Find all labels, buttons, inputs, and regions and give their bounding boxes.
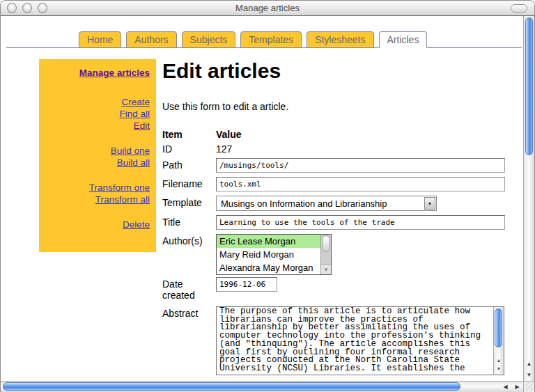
template-select[interactable]: Musings on Information and Librarianship… [216,196,437,211]
sidebar-group-build: Build one Build all [43,145,150,168]
sidebar-link-delete[interactable]: Delete [43,219,150,230]
abstract-scrollbar[interactable]: ▲ ▼ [493,307,504,375]
sidebar-group-transform: Transform one Transform all [43,182,150,205]
tab-subjects[interactable]: Subjects [182,31,236,48]
id-value: 127 [216,143,232,155]
window-content: Home Authors Subjects Templates Styleshe… [1,16,534,392]
id-label: ID [162,143,216,155]
abstract-label: Abstract [162,306,216,319]
form-row-title: Title [162,215,523,230]
filename-input[interactable] [216,177,505,191]
abstract-scrollbar-arrows: ▲ ▼ [494,356,504,373]
intro-text: Use this form to edit a article. [162,101,523,112]
scroll-down-icon[interactable]: ▼ [321,264,331,274]
template-label: Template [162,196,216,208]
sidebar-link-build-one[interactable]: Build one [43,145,150,157]
authors-label: Author(s) [162,234,216,246]
toolbar-toggle-button[interactable] [511,4,527,13]
sidebar-link-edit[interactable]: Edit [43,120,150,132]
vertical-scrollbar-thumb[interactable] [525,17,533,155]
sidebar-group-delete: Delete [43,219,150,230]
column-header-item: Item [162,129,216,140]
abstract-scrollbar-thumb[interactable] [495,308,502,347]
authors-options: Eric Lease Morgan Mary Reid Morgan Alexa… [217,235,320,274]
scroll-down-icon[interactable]: ▼ [524,370,534,381]
form-row-filename: Filename [162,177,523,191]
dropdown-arrow-icon[interactable]: ▼ [424,197,435,210]
sidebar-link-create[interactable]: Create [43,96,150,108]
column-header-value: Value [216,129,242,140]
listbox-scrollbar[interactable]: ▼ [320,235,331,274]
sidebar-link-manage-articles[interactable]: Manage articles [43,67,150,79]
author-option[interactable]: Alexandra May Morgan [217,261,320,274]
page-title: Edit articles [162,59,523,83]
sidebar-link-transform-one[interactable]: Transform one [43,182,150,194]
path-label: Path [162,158,216,171]
window-title: Manage articles [1,3,534,13]
author-option-selected[interactable]: Eric Lease Morgan [217,235,320,248]
horizontal-scrollbar-arrows: ◀ ▶ [499,382,523,392]
edit-form: Item Value ID 127 Path Filename [162,129,523,381]
form-row-date-created: Date created [162,277,523,301]
sidebar-link-find-all[interactable]: Find all [43,108,150,120]
scroll-up-icon[interactable]: ▲ [524,359,534,370]
listbox-scrollbar-thumb[interactable] [322,235,330,252]
scroll-down-icon[interactable]: ▼ [494,365,504,373]
vertical-scrollbar[interactable]: ▲ ▼ [523,16,534,381]
browser-window: Manage articles Home Authors Subjects Te… [0,0,535,392]
path-input[interactable] [216,158,505,173]
form-row-id: ID 127 [162,143,523,155]
date-created-label: Date created [162,277,216,301]
resize-grip[interactable] [523,381,534,392]
title-input[interactable] [216,215,505,230]
tab-templates[interactable]: Templates [240,31,302,48]
date-created-input[interactable] [216,277,277,292]
form-row-abstract: Abstract The purpose of this article is … [162,306,523,375]
tab-home[interactable]: Home [79,31,121,48]
template-selected-value: Musings on Information and Librarianship [217,198,424,209]
title-label: Title [162,215,216,228]
author-option[interactable]: Mary Reid Morgan [217,248,320,261]
page-viewport: Home Authors Subjects Templates Styleshe… [1,16,523,381]
sidebar: Manage articles Create Find all Edit Bui… [39,59,156,252]
scroll-up-icon[interactable]: ▲ [494,356,504,365]
form-row-path: Path [162,158,523,173]
sidebar-group-crud: Create Find all Edit [43,96,150,132]
tab-articles[interactable]: Articles [379,31,428,48]
form-row-template: Template Musings on Information and Libr… [162,196,523,211]
title-bar: Manage articles [1,1,534,16]
abstract-textarea[interactable]: The purpose of this article is to articu… [216,306,504,375]
sidebar-link-build-all[interactable]: Build all [43,157,150,168]
tab-stylesheets[interactable]: Stylesheets [307,31,373,48]
tab-bar: Home Authors Subjects Templates Styleshe… [6,31,522,48]
main-content: Edit articles Use this form to edit a ar… [162,59,523,381]
filename-label: Filename [162,177,216,189]
tab-authors[interactable]: Authors [126,31,176,48]
scroll-left-icon[interactable]: ◀ [499,382,511,392]
authors-listbox[interactable]: Eric Lease Morgan Mary Reid Morgan Alexa… [216,234,332,275]
horizontal-scrollbar-thumb[interactable] [3,382,460,391]
abstract-text[interactable]: The purpose of this article is to articu… [217,307,492,375]
sidebar-link-transform-all[interactable]: Transform all [43,194,150,205]
table-header-row: Item Value [162,129,523,140]
horizontal-scrollbar[interactable]: ◀ ▶ [1,381,523,392]
vertical-scrollbar-arrows: ▲ ▼ [524,359,534,381]
form-row-authors: Author(s) Eric Lease Morgan Mary Reid Mo… [162,234,523,275]
scroll-right-icon[interactable]: ▶ [511,382,523,392]
